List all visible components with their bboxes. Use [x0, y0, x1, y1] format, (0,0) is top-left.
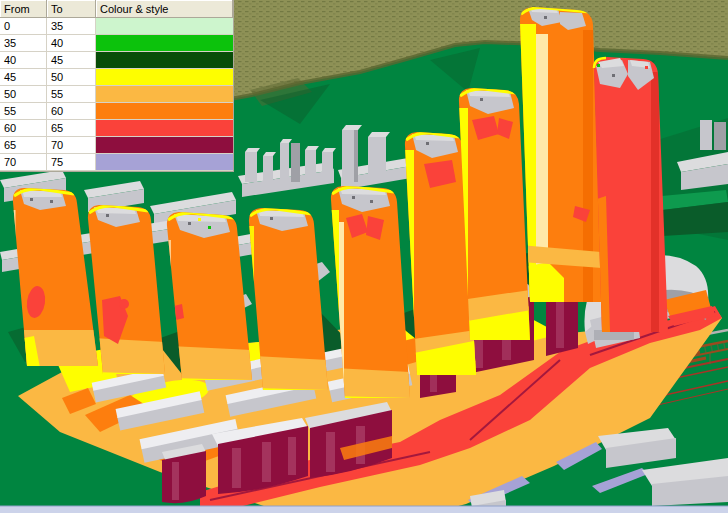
- legend-from-value: 40: [0, 52, 47, 69]
- tower-8: [520, 7, 602, 304]
- legend-to-value: 50: [47, 69, 96, 86]
- app-window: From To Colour & style 03535404045455050…: [0, 0, 728, 513]
- legend-to-value: 55: [47, 86, 96, 103]
- legend-panel[interactable]: From To Colour & style 03535404045455050…: [0, 0, 234, 172]
- legend-row[interactable]: 6065: [0, 120, 233, 137]
- legend-from-value: 50: [0, 86, 47, 103]
- legend-from-value: 45: [0, 69, 47, 86]
- legend-color-swatch: [96, 18, 233, 34]
- legend-color-swatch: [96, 120, 233, 136]
- legend-row[interactable]: 4550: [0, 69, 233, 86]
- legend-row[interactable]: 035: [0, 18, 233, 35]
- legend-row[interactable]: 7075: [0, 154, 233, 171]
- legend-col-colour-style[interactable]: Colour & style: [96, 0, 233, 18]
- legend-from-value: 55: [0, 103, 47, 120]
- legend-color-swatch: [96, 103, 233, 119]
- legend-to-value: 65: [47, 120, 96, 137]
- legend-from-value: 65: [0, 137, 47, 154]
- legend-to-value: 45: [47, 52, 96, 69]
- legend-color-swatch: [96, 137, 233, 153]
- legend-from-value: 60: [0, 120, 47, 137]
- legend-from-value: 35: [0, 35, 47, 52]
- window-bottom-strip: [0, 506, 728, 513]
- legend-row[interactable]: 4045: [0, 52, 233, 69]
- legend-to-value: 35: [47, 18, 96, 35]
- legend-color-swatch: [96, 52, 233, 68]
- legend-to-value: 75: [47, 154, 96, 171]
- maroon-building-row-1: [162, 444, 206, 503]
- legend-to-value: 60: [47, 103, 96, 120]
- legend-row[interactable]: 5560: [0, 103, 233, 120]
- legend-col-to[interactable]: To: [47, 0, 96, 18]
- legend-color-swatch: [96, 86, 233, 102]
- legend-color-swatch: [96, 35, 233, 51]
- legend-from-value: 0: [0, 18, 47, 35]
- legend-row[interactable]: 3540: [0, 35, 233, 52]
- legend-color-swatch: [96, 69, 233, 85]
- legend-col-from[interactable]: From: [0, 0, 47, 18]
- legend-rows: 03535404045455050555560606565707075: [0, 18, 233, 171]
- legend-header: From To Colour & style: [0, 0, 233, 18]
- legend-row[interactable]: 6570: [0, 137, 233, 154]
- legend-color-swatch: [96, 154, 233, 170]
- legend-to-value: 70: [47, 137, 96, 154]
- legend-row[interactable]: 5055: [0, 86, 233, 103]
- legend-to-value: 40: [47, 35, 96, 52]
- legend-from-value: 70: [0, 154, 47, 171]
